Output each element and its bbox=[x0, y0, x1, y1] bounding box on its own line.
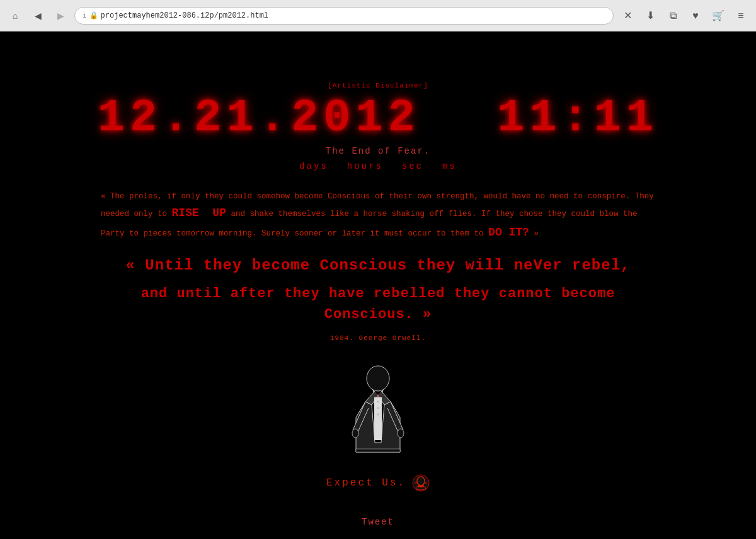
countdown-labels: days hours sec ms bbox=[299, 161, 457, 171]
clock-time: 11:11 bbox=[497, 96, 658, 141]
big-quote-line2: and until after they have rebelled they … bbox=[94, 283, 662, 325]
digital-clock: 12.21.2012 11:11 bbox=[98, 96, 659, 141]
download-button[interactable]: ⬇ bbox=[641, 7, 659, 25]
close-tab-button[interactable]: ✕ bbox=[619, 7, 636, 25]
bookmark-button[interactable]: ♥ bbox=[687, 7, 704, 25]
svg-rect-10 bbox=[356, 449, 400, 452]
clock-date: 12.21.2012 bbox=[98, 96, 420, 141]
svg-point-8 bbox=[377, 407, 379, 409]
secure-icon: i bbox=[83, 12, 87, 20]
anon-logo-icon bbox=[412, 474, 430, 492]
proles-paragraph: « The proles, if only they could somehow… bbox=[101, 190, 655, 242]
svg-point-9 bbox=[377, 414, 379, 416]
tweet-section: Tweet bbox=[362, 517, 394, 527]
lock-icon: 🔒 bbox=[89, 11, 98, 20]
page-content: [Artistic Disclaimer] 12.21.2012 11:11 T… bbox=[0, 31, 756, 539]
svg-point-7 bbox=[377, 401, 379, 403]
expect-us-container: Expect Us. bbox=[326, 474, 430, 492]
do-it-text: DO IT? bbox=[488, 226, 529, 239]
back-button[interactable]: ◀ bbox=[29, 7, 47, 25]
tagline: The End of Fear. bbox=[326, 146, 430, 156]
figure-svg bbox=[340, 361, 416, 462]
orwell-citation: 1984. George Orwell. bbox=[330, 334, 426, 342]
svg-point-4 bbox=[352, 429, 358, 438]
tabs-button[interactable]: ⧉ bbox=[664, 7, 682, 25]
sec-label: sec bbox=[402, 161, 423, 171]
svg-rect-6 bbox=[374, 397, 382, 440]
forward-button[interactable]: ▶ bbox=[52, 7, 69, 25]
address-bar[interactable]: i 🔒 projectmayhem2012-086.i2p/pm2012.htm… bbox=[74, 7, 614, 25]
ms-label: ms bbox=[442, 161, 457, 171]
svg-point-0 bbox=[367, 366, 389, 391]
big-quote-line1: « Until they become Conscious they will … bbox=[126, 254, 631, 277]
menu-button[interactable]: ≡ bbox=[732, 7, 750, 25]
artistic-disclaimer: [Artistic Disclaimer] bbox=[328, 82, 428, 89]
url-text: projectmayhem2012-086.i2p/pm2012.html bbox=[101, 11, 268, 20]
anonymous-figure bbox=[340, 361, 416, 462]
expect-us-text: Expect Us. bbox=[326, 477, 406, 489]
hours-label: hours bbox=[347, 161, 383, 171]
cart-button[interactable]: 🛒 bbox=[709, 7, 727, 25]
tweet-link[interactable]: Tweet bbox=[362, 517, 394, 527]
browser-toolbar: ⌂ ◀ ▶ i 🔒 projectmayhem2012-086.i2p/pm20… bbox=[0, 0, 756, 31]
days-label: days bbox=[299, 161, 328, 171]
svg-point-5 bbox=[398, 429, 404, 438]
home-button[interactable]: ⌂ bbox=[6, 7, 24, 25]
rise-up-text: RISE UP bbox=[172, 207, 226, 219]
